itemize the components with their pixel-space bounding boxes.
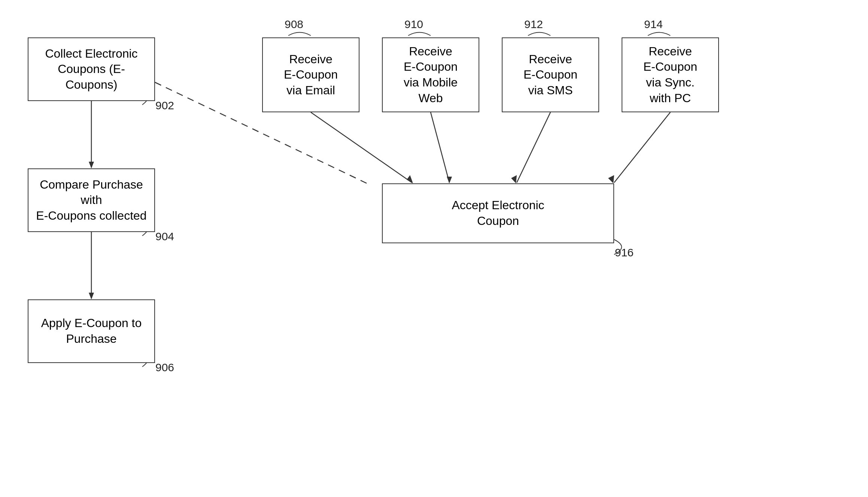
ref-910: 910 — [404, 18, 423, 31]
ref-906: 906 — [155, 361, 174, 374]
box-914: Receive E-Coupon via Sync. with PC — [622, 37, 719, 112]
box-916: Accept Electronic Coupon — [382, 183, 614, 243]
box-902: Collect Electronic Coupons (E-Coupons) — [28, 37, 155, 101]
ref-902: 902 — [155, 99, 174, 112]
ref-904: 904 — [155, 230, 174, 243]
ref-908: 908 — [285, 18, 303, 31]
ref-916: 916 — [615, 246, 634, 259]
box-908: Receive E-Coupon via Email — [262, 37, 359, 112]
svg-marker-7 — [447, 177, 452, 183]
diagram-container: Collect Electronic Coupons (E-Coupons) C… — [0, 0, 868, 497]
box-904: Compare Purchase with E-Coupons collecte… — [28, 168, 155, 232]
svg-line-8 — [517, 112, 550, 183]
ref-912: 912 — [524, 18, 543, 31]
svg-marker-11 — [608, 175, 614, 183]
svg-marker-3 — [89, 293, 94, 299]
box-906: Apply E-Coupon to Purchase — [28, 299, 155, 363]
svg-line-6 — [431, 112, 449, 183]
box-910: Receive E-Coupon via Mobile Web — [382, 37, 479, 112]
svg-marker-9 — [511, 175, 517, 183]
svg-marker-1 — [89, 162, 94, 168]
svg-line-10 — [614, 112, 670, 183]
svg-line-4 — [311, 112, 412, 183]
box-912: Receive E-Coupon via SMS — [502, 37, 599, 112]
ref-914: 914 — [644, 18, 663, 31]
svg-marker-5 — [407, 175, 413, 183]
